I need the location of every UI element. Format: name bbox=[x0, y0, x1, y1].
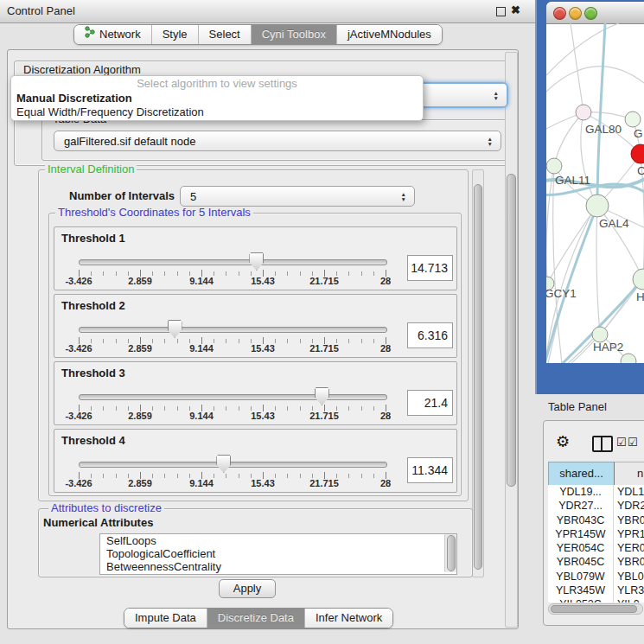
slider-handle[interactable] bbox=[168, 320, 182, 338]
node-label: GAL11 bbox=[555, 174, 590, 187]
slider-handle[interactable] bbox=[315, 387, 329, 405]
network-graph: GAL80GCGAL11GAL4GCY1HHAP2 bbox=[546, 23, 644, 363]
table-row[interactable]: YBR043CYBR0 bbox=[548, 513, 644, 527]
panel-scrollbar[interactable] bbox=[505, 52, 518, 628]
cell-shared-name: YPR145W bbox=[548, 527, 613, 541]
tab-discretize-data[interactable]: Discretize Data bbox=[207, 609, 305, 628]
minimize-traffic-light-icon[interactable] bbox=[569, 7, 582, 20]
horizontal-scrollbar[interactable] bbox=[548, 603, 643, 615]
cell-shared-name: YIL052C bbox=[548, 597, 613, 603]
tab-infer-network[interactable]: Infer Network bbox=[305, 609, 392, 628]
attributes-listbox: SelfLoopsTopologicalCoefficientBetweenne… bbox=[99, 533, 457, 575]
table-row[interactable]: YBR045CYBR0 bbox=[548, 555, 644, 569]
tab-jactivemnodules[interactable]: jActiveMNodules bbox=[337, 25, 442, 44]
node-label: HAP2 bbox=[593, 341, 623, 354]
threshold-label: Threshold 1 bbox=[61, 232, 125, 245]
attribute-item[interactable]: SelfLoops bbox=[100, 534, 456, 547]
network-node-gal80[interactable] bbox=[576, 105, 591, 120]
network-icon bbox=[85, 25, 95, 44]
table-row[interactable]: YDR27...YDR2 bbox=[548, 499, 644, 513]
tick-label: 15.43 bbox=[251, 343, 275, 354]
attributes-scrollbar-thumb[interactable] bbox=[447, 535, 456, 571]
slider-track[interactable] bbox=[79, 259, 387, 265]
checkbox-checked-icon[interactable]: ☑ bbox=[616, 436, 627, 449]
table-row[interactable]: YLR345WYLR3 bbox=[548, 583, 644, 597]
cell-name: YBL0 bbox=[617, 570, 644, 583]
tab-network[interactable]: Network bbox=[74, 25, 152, 44]
popup-item-equal-width-frequency-discretization[interactable]: Equal Width/Frequency Discretization bbox=[11, 105, 423, 119]
tick-label: 28 bbox=[380, 276, 391, 286]
table-row[interactable]: YBL079WYBL0 bbox=[548, 570, 644, 583]
tick-label: 21.715 bbox=[309, 343, 339, 354]
slider-track[interactable] bbox=[79, 462, 387, 468]
slider-tick bbox=[275, 474, 276, 478]
threshold-value-field[interactable]: 11.344 bbox=[407, 457, 453, 483]
popup-item-manual-discretization[interactable]: Manual Discretization bbox=[11, 92, 423, 105]
table-row[interactable]: YPR145WYPR1 bbox=[548, 527, 644, 541]
slider-track[interactable] bbox=[79, 394, 387, 400]
tab-select[interactable]: Select bbox=[199, 25, 252, 44]
spinner-arrows-icon: ▲▼ bbox=[401, 192, 406, 201]
slider-tick bbox=[103, 339, 104, 343]
network-canvas[interactable]: GAL80GCGAL11GAL4GCY1HHAP2 bbox=[546, 23, 644, 363]
network-node-g[interactable] bbox=[625, 112, 641, 127]
tab-impute-data[interactable]: Impute Data bbox=[124, 609, 207, 628]
tab-cyni-toolbox[interactable]: Cyni Toolbox bbox=[252, 25, 337, 44]
tab-style[interactable]: Style bbox=[152, 25, 199, 44]
panel-scrollbar-thumb[interactable] bbox=[507, 174, 516, 487]
settings-scrollbar-thumb[interactable] bbox=[474, 184, 482, 570]
column-header-shared[interactable]: shared... bbox=[548, 462, 615, 486]
gear-icon[interactable]: ⚙ bbox=[556, 432, 570, 451]
slider-track[interactable] bbox=[79, 327, 387, 333]
attribute-item[interactable]: TopologicalCoefficient bbox=[100, 547, 456, 560]
popup-prompt-item[interactable]: Select algorithm to view settings bbox=[11, 76, 423, 92]
network-window-titlebar[interactable] bbox=[546, 2, 644, 24]
node-label: H bbox=[636, 290, 644, 303]
table-row[interactable]: YIL052CYIL0 bbox=[548, 597, 644, 603]
slider-tick bbox=[373, 339, 374, 343]
zoom-traffic-light-icon[interactable] bbox=[584, 7, 597, 20]
tick-label: -3.426 bbox=[65, 478, 92, 488]
split-columns-icon[interactable] bbox=[592, 436, 613, 452]
tick-label: 28 bbox=[380, 343, 391, 354]
table-panel-titlebar: Table Panel bbox=[535, 394, 644, 420]
cell-shared-name: YDR27... bbox=[548, 499, 613, 513]
number-of-intervals-spinner[interactable]: 5 ▲▼ bbox=[180, 186, 415, 207]
float-window-icon[interactable] bbox=[496, 7, 506, 16]
slider-tick bbox=[152, 339, 153, 343]
slider-handle[interactable] bbox=[216, 455, 231, 473]
node-label: C bbox=[637, 164, 644, 177]
tick-label: 2.859 bbox=[128, 343, 152, 354]
settings-scrollbar[interactable] bbox=[472, 169, 484, 577]
slider-tick bbox=[152, 474, 153, 478]
table-data-combobox[interactable]: galFiltered.sif default node ▲▼ bbox=[54, 131, 501, 151]
apply-button[interactable]: Apply bbox=[219, 579, 276, 598]
attributes-list-scrollbar[interactable] bbox=[444, 534, 456, 572]
threshold-value-field[interactable]: 14.713 bbox=[407, 255, 453, 281]
close-traffic-light-icon[interactable] bbox=[553, 7, 566, 20]
slider-tick bbox=[214, 339, 214, 343]
slider-handle[interactable] bbox=[249, 252, 264, 271]
split-divider bbox=[601, 437, 603, 450]
slider-tick bbox=[287, 271, 288, 276]
control-panel-titlebar: Control Panel ✖ bbox=[0, 0, 535, 23]
tick-label: 15.43 bbox=[251, 276, 275, 286]
attribute-item[interactable]: BetweennessCentrality bbox=[100, 560, 456, 573]
table-row[interactable]: YDL19...YDL1 bbox=[548, 485, 644, 499]
network-node-gal11[interactable] bbox=[546, 158, 562, 174]
network-node-gal4[interactable] bbox=[586, 194, 609, 217]
slider-tick bbox=[348, 474, 349, 478]
table-row[interactable]: YER054CYER0 bbox=[548, 541, 644, 555]
attributes-group-label: Attributes to discretize bbox=[48, 502, 164, 514]
column-header-name[interactable]: n bbox=[614, 462, 644, 486]
slider-tick bbox=[239, 339, 239, 343]
slider-tick bbox=[177, 474, 178, 478]
checkbox-checked-icon[interactable]: ☑ bbox=[628, 436, 638, 449]
column-header-name-text: n bbox=[637, 462, 643, 485]
slider-tick bbox=[214, 474, 214, 478]
slider-tick bbox=[103, 406, 104, 411]
horizontal-scrollbar-thumb[interactable] bbox=[551, 605, 637, 613]
threshold-value-field[interactable]: 21.4 bbox=[407, 390, 453, 416]
close-icon[interactable]: ✖ bbox=[511, 3, 520, 16]
threshold-value-field[interactable]: 6.316 bbox=[407, 322, 453, 348]
